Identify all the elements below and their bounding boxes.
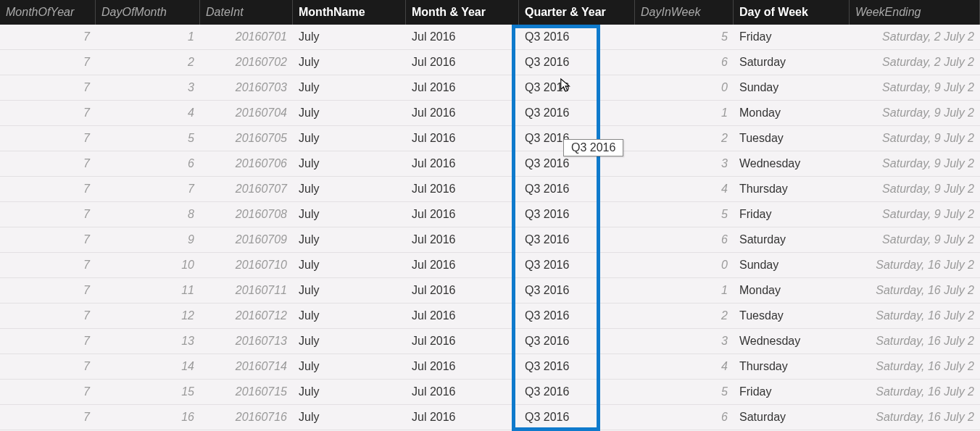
table-cell[interactable]: July xyxy=(293,177,406,201)
column-header[interactable]: Month & Year xyxy=(406,0,519,25)
table-cell[interactable]: 5 xyxy=(635,380,734,404)
table-cell[interactable]: Saturday, 9 July 2 xyxy=(850,101,980,125)
table-cell[interactable]: 8 xyxy=(96,202,200,227)
table-cell[interactable]: 6 xyxy=(635,405,734,430)
column-header[interactable]: Quarter & Year xyxy=(519,0,635,25)
table-cell[interactable]: 11 xyxy=(96,278,200,303)
table-cell[interactable]: 20160710 xyxy=(200,253,293,277)
table-cell[interactable]: 3 xyxy=(635,151,734,176)
table-cell[interactable]: 2 xyxy=(96,50,200,75)
table-cell[interactable]: 16 xyxy=(96,405,200,430)
table-cell[interactable]: July xyxy=(293,101,406,125)
table-cell[interactable]: 12 xyxy=(96,304,200,328)
table-cell[interactable]: 7 xyxy=(0,227,96,252)
table-cell[interactable]: 6 xyxy=(635,227,734,252)
table-cell[interactable]: 14 xyxy=(96,354,200,379)
table-cell[interactable]: 20160703 xyxy=(200,75,293,100)
table-cell[interactable]: 7 xyxy=(0,126,96,151)
table-cell[interactable]: Friday xyxy=(734,25,850,49)
table-cell[interactable]: July xyxy=(293,380,406,404)
table-cell[interactable]: July xyxy=(293,304,406,328)
table-cell[interactable]: Jul 2016 xyxy=(406,329,519,353)
table-cell[interactable]: Saturday, 16 July 2 xyxy=(850,405,980,430)
table-cell[interactable]: 5 xyxy=(635,25,734,49)
table-cell[interactable]: 20160715 xyxy=(200,380,293,404)
table-cell[interactable]: Q3 2016 xyxy=(519,50,635,75)
table-cell[interactable]: Jul 2016 xyxy=(406,75,519,100)
table-cell[interactable]: Saturday, 16 July 2 xyxy=(850,329,980,353)
table-row[interactable]: 7120160701JulyJul 2016Q3 20165FridaySatu… xyxy=(0,25,980,50)
table-row[interactable]: 71520160715JulyJul 2016Q3 20165FridaySat… xyxy=(0,380,980,405)
table-row[interactable]: 71220160712JulyJul 2016Q3 20162TuesdaySa… xyxy=(0,304,980,329)
table-cell[interactable]: July xyxy=(293,278,406,303)
table-cell[interactable]: 7 xyxy=(0,202,96,227)
table-cell[interactable]: Jul 2016 xyxy=(406,50,519,75)
table-cell[interactable]: 7 xyxy=(0,151,96,176)
table-cell[interactable]: 3 xyxy=(635,329,734,353)
column-header[interactable]: Day of Week xyxy=(734,0,850,25)
column-header[interactable]: MonthName xyxy=(293,0,406,25)
table-cell[interactable]: 5 xyxy=(96,126,200,151)
table-cell[interactable]: Q3 2016 xyxy=(519,177,635,201)
table-cell[interactable]: Saturday, 2 July 2 xyxy=(850,25,980,49)
table-cell[interactable]: 7 xyxy=(0,304,96,328)
table-cell[interactable]: Q3 2016 xyxy=(519,354,635,379)
table-cell[interactable]: 7 xyxy=(0,75,96,100)
table-cell[interactable]: Saturday, 16 July 2 xyxy=(850,304,980,328)
table-cell[interactable]: Saturday, 16 July 2 xyxy=(850,253,980,277)
table-cell[interactable]: 1 xyxy=(635,278,734,303)
table-cell[interactable]: Jul 2016 xyxy=(406,126,519,151)
table-cell[interactable]: July xyxy=(293,25,406,49)
table-cell[interactable]: 7 xyxy=(0,405,96,430)
table-cell[interactable]: 20160713 xyxy=(200,329,293,353)
table-cell[interactable]: Thursday xyxy=(734,354,850,379)
table-cell[interactable]: Saturday, 16 July 2 xyxy=(850,278,980,303)
table-cell[interactable]: 20160708 xyxy=(200,202,293,227)
table-cell[interactable]: 7 xyxy=(96,177,200,201)
table-cell[interactable]: Q3 2016 xyxy=(519,405,635,430)
table-cell[interactable]: Jul 2016 xyxy=(406,253,519,277)
table-cell[interactable]: Q3 2016 xyxy=(519,253,635,277)
table-cell[interactable]: July xyxy=(293,151,406,176)
table-cell[interactable]: July xyxy=(293,405,406,430)
table-cell[interactable]: Saturday xyxy=(734,227,850,252)
table-cell[interactable]: 4 xyxy=(635,354,734,379)
table-cell[interactable]: Wednesday xyxy=(734,151,850,176)
table-cell[interactable]: 9 xyxy=(96,227,200,252)
table-cell[interactable]: 7 xyxy=(0,253,96,277)
table-cell[interactable]: 6 xyxy=(635,50,734,75)
table-cell[interactable]: Jul 2016 xyxy=(406,101,519,125)
table-cell[interactable]: 4 xyxy=(96,101,200,125)
table-row[interactable]: 7720160707JulyJul 2016Q3 20164ThursdaySa… xyxy=(0,177,980,202)
table-cell[interactable]: 3 xyxy=(96,75,200,100)
table-cell[interactable]: Friday xyxy=(734,380,850,404)
table-cell[interactable]: Jul 2016 xyxy=(406,25,519,49)
table-row[interactable]: 71020160710JulyJul 2016Q3 20160SundaySat… xyxy=(0,253,980,278)
table-cell[interactable]: 7 xyxy=(0,50,96,75)
table-row[interactable]: 7420160704JulyJul 2016Q3 20161MondaySatu… xyxy=(0,101,980,126)
table-row[interactable]: 7620160706JulyJul 2016Q3 20163WednesdayS… xyxy=(0,151,980,177)
table-cell[interactable]: 20160702 xyxy=(200,50,293,75)
column-header[interactable]: MonthOfYear xyxy=(0,0,96,25)
table-cell[interactable]: Sunday xyxy=(734,75,850,100)
table-cell[interactable]: 20160714 xyxy=(200,354,293,379)
table-cell[interactable]: Q3 2016 xyxy=(519,25,635,49)
table-cell[interactable]: Q3 2016 xyxy=(519,380,635,404)
table-cell[interactable]: 2 xyxy=(635,126,734,151)
table-cell[interactable]: Jul 2016 xyxy=(406,202,519,227)
table-cell[interactable]: 20160716 xyxy=(200,405,293,430)
table-cell[interactable]: Q3 2016 xyxy=(519,202,635,227)
table-cell[interactable]: Saturday xyxy=(734,50,850,75)
table-cell[interactable]: Monday xyxy=(734,101,850,125)
table-cell[interactable]: 15 xyxy=(96,380,200,404)
table-cell[interactable]: Thursday xyxy=(734,177,850,201)
column-header[interactable]: WeekEnding xyxy=(850,0,980,25)
table-cell[interactable]: Saturday, 9 July 2 xyxy=(850,227,980,252)
table-cell[interactable]: 7 xyxy=(0,101,96,125)
table-row[interactable]: 7320160703JulyJul 2016Q3 20160SundaySatu… xyxy=(0,75,980,101)
table-cell[interactable]: Saturday, 16 July 2 xyxy=(850,354,980,379)
table-row[interactable]: 7220160702JulyJul 2016Q3 20166SaturdaySa… xyxy=(0,50,980,75)
table-cell[interactable]: 7 xyxy=(0,278,96,303)
column-header[interactable]: DayInWeek xyxy=(635,0,734,25)
table-cell[interactable]: 0 xyxy=(635,253,734,277)
